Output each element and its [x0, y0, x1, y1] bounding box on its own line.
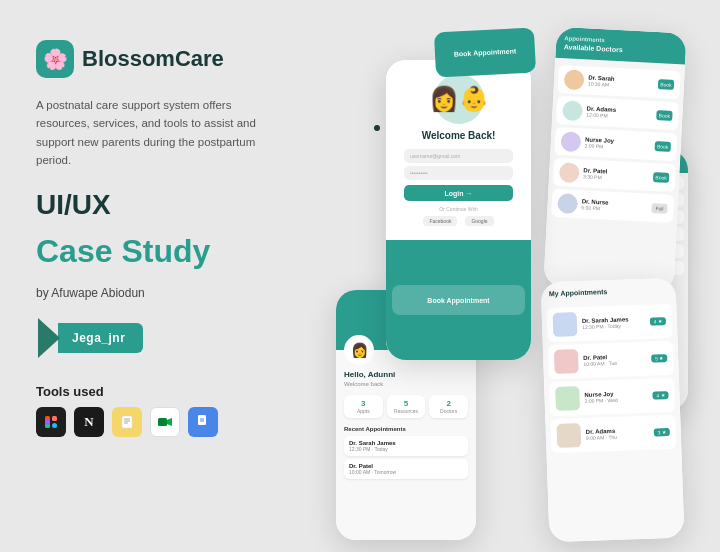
profile-info: Welcome back [344, 381, 468, 387]
left-panel: 🌸 BlossomCare A postnatal care support s… [36, 30, 316, 437]
welcome-text: Welcome Back! [396, 130, 521, 141]
phone-booking: Appointments Available Doctors Dr. Sarah… [543, 27, 686, 293]
appt-img-1 [553, 312, 578, 337]
tools-title: Tools used [36, 384, 316, 399]
booking-avatar-2 [562, 100, 583, 121]
appt-date-2: 10:00 AM · Tue [583, 359, 646, 367]
appointments-screen: My Appointments Dr. Sarah James 12:30 PM… [541, 278, 685, 543]
tool-docs-icon [188, 407, 218, 437]
appt-date-1: 12:30 PM · Today [582, 322, 645, 330]
appt-item-3[interactable]: Nurse Joy 2:00 PM · Wed 4 ★ [549, 378, 675, 416]
stats-row: 3 Appts 5 Resources 2 Doctors [344, 395, 468, 418]
booking-avatar-3 [560, 131, 581, 152]
book-btn-1[interactable]: Book [658, 79, 675, 90]
stat-label-resources: Resources [391, 408, 422, 414]
appt-tag-1: 4 ★ [650, 317, 666, 326]
book-btn-2[interactable]: Book [656, 110, 673, 121]
booking-info-4: Dr. Patel 3:30 PM [583, 167, 650, 182]
logo-text-bold: Care [175, 46, 224, 71]
stat-num-appointments: 3 [348, 399, 379, 408]
stat-doctors: 2 Doctors [429, 395, 468, 418]
svg-rect-9 [158, 418, 167, 426]
svg-rect-11 [198, 415, 206, 425]
appt-img-2 [554, 349, 579, 374]
booking-item-1[interactable]: Dr. Sarah 10:30 AM Book [557, 65, 680, 99]
booking-screen: Appointments Available Doctors Dr. Sarah… [543, 27, 686, 293]
appt-tag-3: 4 ★ [652, 391, 668, 400]
recent-item-2[interactable]: Dr. Patel 10:00 AM · Tomorrow [344, 459, 468, 479]
teal-card-text: Book Appointment [454, 47, 517, 57]
username-badge-container: Jega_jnr [36, 318, 316, 358]
author-label: by Afuwape Abiodun [36, 286, 316, 300]
login-button[interactable]: Login → [404, 185, 513, 201]
booking-info-3: Nurse Joy 2:00 PM [585, 136, 652, 151]
profile-name: Hello, Adunni [344, 370, 468, 379]
booking-info-5: Dr. Nurse 5:00 PM [581, 198, 648, 213]
stat-label-doctors: Doctors [433, 408, 464, 414]
stat-appointments: 3 Appts [344, 395, 383, 418]
appt-date-4: 9:00 AM · Thu [586, 433, 649, 441]
booking-item-2[interactable]: Dr. Adams 12:00 PM Book [556, 96, 679, 130]
booking-avatar-1 [564, 69, 585, 90]
svg-marker-10 [167, 418, 172, 426]
appt-item-1[interactable]: Dr. Sarah James 12:30 PM · Today 4 ★ [546, 304, 672, 342]
logo-text: BlossomCare [82, 46, 224, 72]
tool-notes-icon [112, 407, 142, 437]
login-top: 👩‍👶 Welcome Back! username@gmail.com •••… [386, 60, 531, 240]
book-btn-5[interactable]: Full [651, 203, 668, 214]
tool-notion-icon: N [74, 407, 104, 437]
booking-avatar-4 [559, 162, 580, 183]
booking-item-3[interactable]: Nurse Joy 2:00 PM Book [554, 127, 677, 161]
login-avatar: 👩‍👶 [434, 74, 484, 124]
book-btn-3[interactable]: Book [655, 141, 672, 152]
recent-date-2: 10:00 AM · Tomorrow [349, 469, 463, 475]
svg-rect-1 [52, 416, 57, 421]
profile-content: Hello, Adunni Welcome back 3 Appts 5 Res… [336, 350, 476, 487]
recent-item-1[interactable]: Dr. Sarah James 12:30 PM · Today [344, 436, 468, 456]
svg-point-3 [52, 423, 57, 428]
tool-meet-icon [150, 407, 180, 437]
floating-dot [374, 125, 380, 131]
appt-item-4[interactable]: Dr. Adams 9:00 AM · Thu 3 ★ [550, 415, 676, 453]
booking-info-2: Dr. Adams 12:00 PM [586, 105, 653, 120]
stat-label-appointments: Appts [348, 408, 379, 414]
appt-img-4 [556, 423, 581, 448]
tools-section: Tools used N [36, 384, 316, 437]
appt-img-3 [555, 386, 580, 411]
appt-tag-2: 5 ★ [651, 354, 667, 363]
teal-appointment-card: Book Appointment [434, 27, 536, 77]
phone-login: 👩‍👶 Welcome Back! username@gmail.com •••… [386, 60, 531, 360]
logo-area: 🌸 BlossomCare [36, 40, 316, 78]
facebook-button[interactable]: Facebook [423, 216, 457, 226]
appt-tag-4: 3 ★ [654, 428, 670, 437]
google-button[interactable]: Google [465, 216, 493, 226]
or-text: Or Continue With [396, 206, 521, 212]
right-panel: Book Appointment 👩‍👶 Welcome Back! usern… [336, 30, 690, 540]
booking-info-1: Dr. Sarah 10:30 AM [588, 74, 655, 89]
arrow-icon [38, 318, 60, 358]
stat-num-resources: 5 [391, 399, 422, 408]
social-buttons: Facebook Google [396, 216, 521, 226]
recent-section: Recent Appointments Dr. Sarah James 12:3… [344, 426, 468, 479]
login-screen: 👩‍👶 Welcome Back! username@gmail.com •••… [386, 60, 531, 360]
app-description: A postnatal care support system offers r… [36, 96, 266, 170]
booking-item-4[interactable]: Dr. Patel 3:30 PM Book [553, 158, 676, 192]
main-container: 🌸 BlossomCare A postnatal care support s… [0, 0, 720, 552]
booking-avatar-5 [557, 193, 578, 214]
case-study-label: Case Study [36, 234, 316, 269]
phone-appointments: My Appointments Dr. Sarah James 12:30 PM… [541, 278, 685, 543]
book-btn-4[interactable]: Book [653, 172, 670, 183]
appt-details-1: Dr. Sarah James 12:30 PM · Today [582, 316, 645, 330]
logo-text-plain: Blossom [82, 46, 175, 71]
appt-list: Dr. Sarah James 12:30 PM · Today 4 ★ Dr.… [541, 301, 681, 457]
appt-item-2[interactable]: Dr. Patel 10:00 AM · Tue 5 ★ [548, 341, 674, 379]
recent-label: Recent Appointments [344, 426, 468, 432]
email-input[interactable]: username@gmail.com [404, 149, 513, 163]
tools-icons-row: N [36, 407, 316, 437]
appt-details-4: Dr. Adams 9:00 AM · Thu [586, 427, 649, 441]
booking-item-5[interactable]: Dr. Nurse 5:00 PM Full [551, 189, 674, 223]
profile-avatar: 👩 [344, 335, 374, 365]
appt-date-3: 2:00 PM · Wed [585, 396, 648, 404]
password-input[interactable]: •••••••••• [404, 166, 513, 180]
stat-num-doctors: 2 [433, 399, 464, 408]
